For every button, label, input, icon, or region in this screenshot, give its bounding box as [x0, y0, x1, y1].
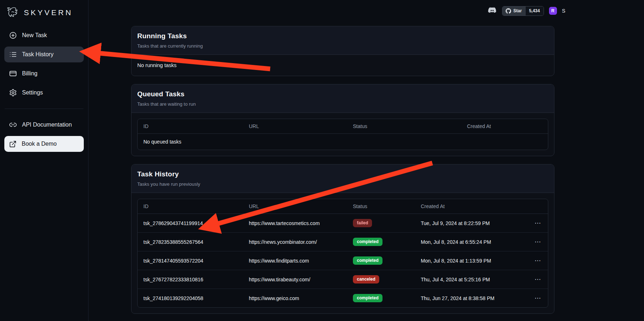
status-badge: completed: [353, 256, 382, 265]
user-label-cutoff: S: [562, 8, 565, 14]
task-status-cell: completed: [347, 233, 415, 251]
task-history-table: ID URL Status Created At tsk_27862904374…: [137, 199, 548, 308]
sidebar-item-label: Task History: [22, 51, 53, 58]
task-url-cell: https://www.tirabeauty.com/: [243, 270, 347, 289]
task-created-cell: Mon, Jul 8, 2024 at 1:13:59 PM: [415, 251, 527, 270]
task-status-cell: completed: [347, 289, 415, 308]
column-header-url: URL: [243, 199, 347, 214]
sidebar-item-label: Settings: [22, 89, 43, 96]
task-history-title: Task History: [137, 170, 548, 178]
sidebar-divider: [5, 109, 83, 109]
discord-button[interactable]: [487, 7, 497, 15]
table-row[interactable]: tsk_278235388555267564 https://news.ycom…: [138, 233, 548, 251]
main-content: Running Tasks Tasks that are currently r…: [131, 26, 554, 314]
task-created-cell: Thu, Jun 27, 2024 at 8:38:58 PM: [415, 289, 527, 308]
task-menu-cell: ⋯: [527, 233, 548, 251]
queued-tasks-body: ID URL Status Created At No queued tasks: [131, 113, 554, 156]
skyvern-logo-icon: [6, 5, 20, 20]
task-id-cell: tsk_276727822333810816: [138, 270, 243, 289]
github-star-label: Star: [513, 8, 522, 13]
row-menu-button[interactable]: ⋯: [533, 276, 542, 283]
status-badge: completed: [353, 294, 382, 302]
task-history-subtitle: Tasks you have run previously: [137, 181, 548, 187]
link-icon: [9, 121, 17, 129]
task-history-header: Task History Tasks you have run previous…: [131, 164, 554, 193]
queued-tasks-subtitle: Tasks that are waiting to run: [137, 101, 548, 107]
sidebar-item-label: New Task: [22, 32, 47, 39]
column-header-menu: [527, 199, 548, 214]
column-header-status: Status: [347, 119, 461, 134]
task-history-card: Task History Tasks you have run previous…: [131, 164, 554, 314]
github-icon: [506, 8, 511, 14]
column-header-url: URL: [243, 119, 347, 134]
external-link-icon: [9, 140, 17, 148]
queued-tasks-title: Queued Tasks: [137, 90, 548, 98]
queued-tasks-header-row: ID URL Status Created At: [138, 119, 548, 134]
sidebar-item-billing[interactable]: Billing: [4, 66, 84, 82]
task-id-cell: tsk_274180139292204058: [138, 289, 243, 308]
credit-card-icon: [9, 70, 17, 78]
task-id-cell: tsk_278629043741199914: [138, 214, 243, 233]
running-tasks-header: Running Tasks Tasks that are currently r…: [131, 26, 554, 55]
task-created-cell: Mon, Jul 8, 2024 at 6:55:24 PM: [415, 233, 527, 251]
column-header-created-at: Created At: [415, 199, 527, 214]
table-row[interactable]: tsk_274180139292204058 https://www.geico…: [138, 289, 548, 308]
gear-icon: [9, 89, 17, 97]
row-menu-button[interactable]: ⋯: [533, 219, 542, 227]
running-tasks-title: Running Tasks: [137, 32, 548, 40]
list-icon: [9, 50, 17, 58]
running-tasks-empty-message: No running tasks: [131, 55, 554, 76]
topbar-actions: Star 5,434 R S: [487, 6, 565, 16]
row-menu-button[interactable]: ⋯: [533, 238, 542, 246]
github-star-button[interactable]: Star 5,434: [502, 6, 544, 16]
running-tasks-card: Running Tasks Tasks that are currently r…: [131, 26, 554, 76]
task-history-body: ID URL Status Created At tsk_27862904374…: [131, 193, 554, 313]
task-url-cell: https://www.finditparts.com: [243, 251, 347, 270]
table-row[interactable]: tsk_278147405593572204 https://www.findi…: [138, 251, 548, 270]
github-star-left: Star: [502, 6, 525, 16]
queued-tasks-card: Queued Tasks Tasks that are waiting to r…: [131, 84, 554, 156]
sidebar-item-api-documentation[interactable]: API Documentation: [4, 117, 84, 133]
column-header-id: ID: [138, 119, 243, 134]
table-row[interactable]: tsk_278629043741199914 https://www.tarte…: [138, 214, 548, 233]
sidebar-item-label: Billing: [22, 70, 38, 77]
task-created-cell: Tue, Jul 9, 2024 at 8:22:59 PM: [415, 214, 527, 233]
queued-tasks-empty-row: No queued tasks: [138, 134, 548, 150]
table-row[interactable]: tsk_276727822333810816 https://www.tirab…: [138, 270, 548, 289]
task-url-cell: https://www.geico.com: [243, 289, 347, 308]
task-id-cell: tsk_278147405593572204: [138, 251, 243, 270]
task-history-header-row: ID URL Status Created At: [138, 199, 548, 214]
task-status-cell: failed: [347, 214, 415, 233]
sidebar: SKYVERN New Task Task History: [0, 0, 88, 321]
task-status-cell: canceled: [347, 270, 415, 289]
sidebar-item-settings[interactable]: Settings: [4, 85, 84, 101]
sidebar-nav: New Task Task History Billing: [0, 21, 88, 152]
sidebar-item-task-history[interactable]: Task History: [4, 47, 84, 62]
discord-icon: [487, 7, 497, 15]
running-tasks-subtitle: Tasks that are currently running: [137, 43, 548, 49]
task-menu-cell: ⋯: [527, 289, 548, 308]
task-menu-cell: ⋯: [527, 251, 548, 270]
task-url-cell: https://www.tartecosmetics.com: [243, 214, 347, 233]
task-menu-cell: ⋯: [527, 214, 548, 233]
sidebar-item-new-task[interactable]: New Task: [4, 27, 84, 43]
book-a-demo-button[interactable]: Book a Demo: [4, 136, 84, 152]
row-menu-button[interactable]: ⋯: [533, 257, 542, 264]
logo[interactable]: SKYVERN: [0, 0, 88, 21]
task-id-cell: tsk_278235388555267564: [138, 233, 243, 251]
queued-tasks-empty-message: No queued tasks: [138, 134, 548, 150]
status-badge: completed: [353, 238, 382, 246]
task-menu-cell: ⋯: [527, 270, 548, 289]
status-badge: canceled: [353, 275, 379, 283]
column-header-created-at: Created At: [461, 119, 548, 134]
avatar[interactable]: R: [549, 7, 557, 15]
task-created-cell: Thu, Jul 4, 2024 at 5:25:16 PM: [415, 270, 527, 289]
row-menu-button[interactable]: ⋯: [533, 294, 542, 302]
book-a-demo-label: Book a Demo: [22, 141, 57, 147]
queued-tasks-table: ID URL Status Created At No queued tasks: [137, 119, 548, 150]
column-header-status: Status: [347, 199, 415, 214]
task-url-cell: https://news.ycombinator.com/: [243, 233, 347, 251]
task-status-cell: completed: [347, 251, 415, 270]
logo-text: SKYVERN: [24, 8, 73, 17]
plus-circle-icon: [9, 31, 17, 39]
